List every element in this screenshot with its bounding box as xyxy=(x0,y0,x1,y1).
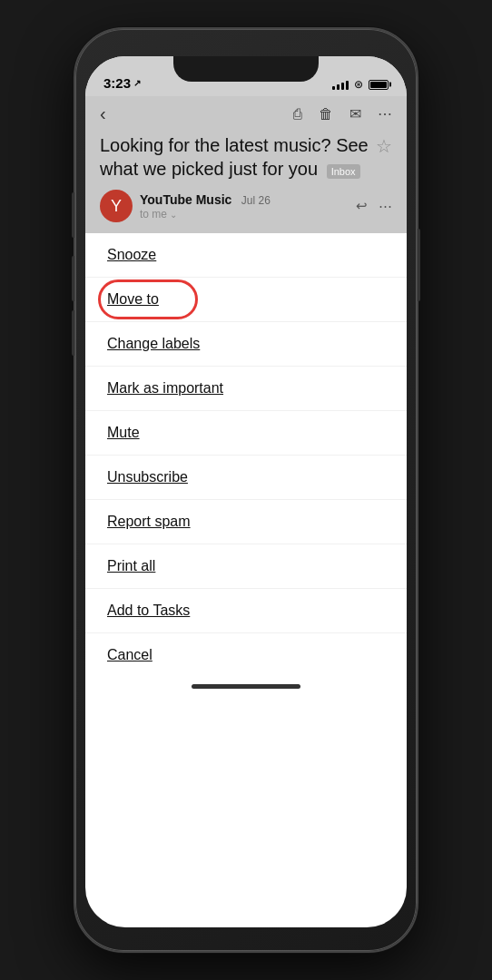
email-header: ‹ ⎙ 🗑 ✉ ⋯ Looking for the latest music? … xyxy=(85,96,407,233)
move-to-label: Move to xyxy=(107,291,159,308)
mark-important-label: Mark as important xyxy=(107,380,223,397)
star-icon[interactable]: ☆ xyxy=(376,135,392,157)
menu-item-change-labels[interactable]: Change labels xyxy=(85,322,407,367)
sender-name: YouTube Music xyxy=(140,192,231,207)
archive-icon[interactable]: ⎙ xyxy=(293,106,302,122)
change-labels-label: Change labels xyxy=(107,336,200,352)
phone-screen: 3:23 ↗ ⊛ ‹ ⎙ xyxy=(85,56,407,927)
snooze-label: Snooze xyxy=(107,247,156,263)
mute-label: Mute xyxy=(107,425,140,441)
unsubscribe-label: Unsubscribe xyxy=(107,469,188,485)
cancel-label: Cancel xyxy=(107,647,153,663)
menu-item-unsubscribe[interactable]: Unsubscribe xyxy=(85,456,407,500)
menu-item-print-all[interactable]: Print all xyxy=(85,544,407,589)
delete-icon[interactable]: 🗑 xyxy=(319,106,333,122)
menu-item-mark-important[interactable]: Mark as important xyxy=(85,367,407,411)
phone-frame: 3:23 ↗ ⊛ ‹ ⎙ xyxy=(74,27,418,953)
time-display: 3:23 xyxy=(103,75,131,91)
signal-icon xyxy=(332,79,349,90)
status-icons: ⊛ xyxy=(332,78,389,91)
expand-icon[interactable]: ⌄ xyxy=(170,210,177,220)
status-time: 3:23 ↗ xyxy=(103,75,141,91)
battery-icon xyxy=(369,80,389,90)
back-button[interactable]: ‹ xyxy=(100,103,106,124)
email-subject: Looking for the latest music? See what w… xyxy=(100,133,376,181)
recipient-label: to me xyxy=(140,208,167,220)
sender-info: YouTube Music Jul 26 to me ⌄ xyxy=(140,191,349,220)
location-icon: ↗ xyxy=(133,78,141,88)
print-all-label: Print all xyxy=(107,558,155,574)
reply-icon[interactable]: ↩ xyxy=(356,198,368,214)
menu-item-add-tasks[interactable]: Add to Tasks xyxy=(85,589,407,633)
sender-row: Y YouTube Music Jul 26 to me ⌄ ↩ ⋯ xyxy=(100,190,392,222)
avatar-initial: Y xyxy=(111,197,122,216)
report-spam-label: Report spam xyxy=(107,514,191,530)
sender-avatar: Y xyxy=(100,190,133,222)
sender-date: Jul 26 xyxy=(241,194,271,207)
email-subject-row: Looking for the latest music? See what w… xyxy=(100,133,392,181)
more-icon[interactable]: ⋯ xyxy=(378,105,392,122)
menu-item-mute[interactable]: Mute xyxy=(85,411,407,456)
reply-icons: ↩ ⋯ xyxy=(356,198,392,214)
nav-row: ‹ ⎙ 🗑 ✉ ⋯ xyxy=(100,103,392,124)
more-options-icon[interactable]: ⋯ xyxy=(379,198,392,214)
sender-name-row: YouTube Music Jul 26 xyxy=(140,191,349,208)
menu-item-snooze[interactable]: Snooze xyxy=(85,233,407,278)
sender-to: to me ⌄ xyxy=(140,208,349,220)
menu-item-move-to[interactable]: Move to xyxy=(85,278,407,322)
nav-icons: ⎙ 🗑 ✉ ⋯ xyxy=(293,105,392,122)
wifi-icon: ⊛ xyxy=(354,78,363,91)
inbox-badge: Inbox xyxy=(327,164,360,179)
menu-item-report-spam[interactable]: Report spam xyxy=(85,500,407,544)
context-menu: Snooze Move to Change labels Mark as imp… xyxy=(85,233,407,677)
home-indicator xyxy=(192,684,300,689)
add-tasks-label: Add to Tasks xyxy=(107,603,190,619)
menu-item-cancel[interactable]: Cancel xyxy=(85,633,407,677)
mail-icon[interactable]: ✉ xyxy=(349,105,361,122)
notch xyxy=(173,56,319,82)
